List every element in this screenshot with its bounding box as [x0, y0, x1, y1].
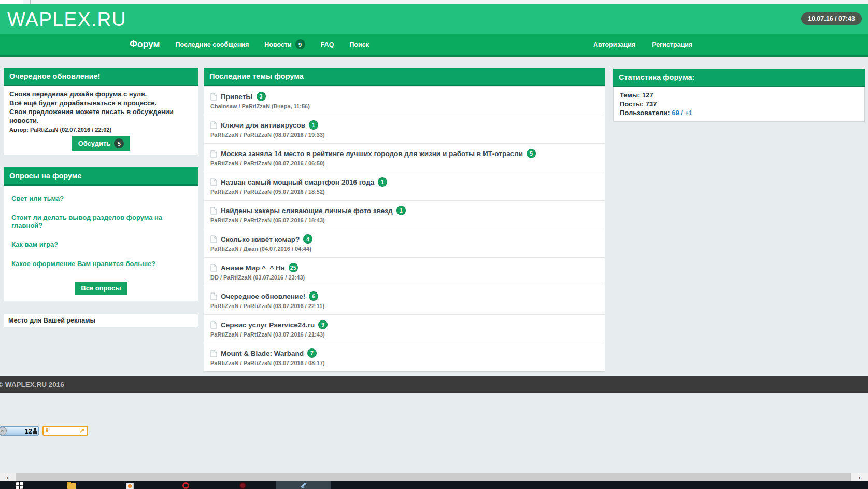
polls-panel-title: Опросы на форуме	[4, 167, 198, 186]
news-panel-title: Очередное обновление!	[4, 68, 198, 86]
stats-themes: Темы: 127	[620, 91, 858, 100]
topic-row[interactable]: Москва заняла 14 место в рейтинге лучших…	[204, 143, 605, 172]
image-viewer-icon[interactable]	[126, 483, 134, 489]
nav-register[interactable]: Регистрация	[652, 41, 692, 48]
document-icon	[210, 321, 217, 329]
stats-panel-body: Темы: 127 Посты: 737 Пользователи: 69 / …	[614, 87, 864, 121]
document-icon	[210, 150, 217, 158]
replies-count-badge: 5	[527, 149, 536, 158]
latest-topics-title: Последние темы форума	[204, 68, 605, 86]
topic-title-link[interactable]: Ключи для антивирусов	[221, 121, 305, 129]
counter-logo-icon: al	[0, 427, 7, 435]
document-icon	[210, 292, 217, 300]
document-icon	[210, 93, 217, 101]
latest-topics-panel: Последние темы форума ПриветЫ 3	[204, 68, 605, 372]
discuss-count-badge: 5	[114, 138, 124, 148]
stats-panel-title: Статистика форума:	[613, 69, 865, 87]
users-separator: /	[681, 109, 683, 117]
topic-row[interactable]: Очередное обновление! 6 PaRtiZzaN / PaRt…	[204, 286, 605, 314]
topics-list: ПриветЫ 3 Chainsaw / PaRtiZzaN (Вчера, 1…	[204, 86, 605, 371]
replies-count-badge: 1	[396, 206, 406, 215]
datetime-badge: 10.07.16 / 07:43	[801, 12, 862, 25]
topic-title-link[interactable]: Очередное обновление!	[221, 292, 305, 300]
rating-counter-value: 9	[46, 428, 49, 434]
below-page-area: al 12 9 ↗	[0, 393, 868, 473]
scroll-right-button[interactable]: ›	[851, 473, 868, 481]
topic-meta: PaRtiZzaN / Джан (04.07.2016 / 04:44)	[210, 246, 599, 252]
nav-search[interactable]: Поиск	[349, 41, 369, 48]
poll-link[interactable]: Стоит ли делать вывод разделов форума на…	[4, 208, 198, 235]
poll-link[interactable]: Свет или тьма?	[4, 189, 198, 208]
topic-title-link[interactable]: Сервис услуг Pservice24.ru	[221, 321, 315, 329]
nav-news[interactable]: Новости 9	[264, 39, 305, 49]
tab-edge-mark	[30, 0, 31, 4]
site-logo[interactable]: WAPLEX.RU	[7, 9, 126, 31]
document-icon	[210, 121, 217, 129]
topic-meta: Chainsaw / PaRtiZzaN (Вчера, 11:56)	[210, 103, 599, 109]
document-icon	[210, 264, 217, 272]
topic-title-link[interactable]: Сколько живёт комар?	[221, 235, 300, 243]
topic-meta: DD / PaRtiZzaN (03.07.2016 / 23:43)	[210, 274, 599, 281]
topic-meta: PaRtiZzaN / PaRtiZzaN (05.07.2016 / 18:4…	[210, 217, 599, 223]
nav-faq[interactable]: FAQ	[321, 41, 334, 48]
topic-row[interactable]: Назван самый мощный смартфон 2016 года 1…	[204, 172, 605, 200]
topic-row[interactable]: Ключи для антивирусов 1 PaRtiZzaN / PaRt…	[204, 115, 605, 143]
main-column: Последние темы форума ПриветЫ 3	[204, 68, 605, 372]
replies-count-badge: 6	[309, 291, 318, 301]
poll-link[interactable]: Какое оформление Вам нравится больше?	[4, 254, 198, 273]
stats-users-label: Пользователи:	[620, 109, 670, 117]
page-content: Очередное обновление! Снова переделан ди…	[0, 57, 868, 376]
replies-count-badge: 3	[257, 92, 266, 101]
topic-row[interactable]: ПриветЫ 3 Chainsaw / PaRtiZzaN (Вчера, 1…	[204, 86, 605, 115]
topic-meta: PaRtiZzaN / PaRtiZzaN (03.07.2016 / 22:1…	[210, 303, 599, 309]
replies-count-badge: 4	[303, 234, 312, 244]
rating-counter-widget[interactable]: 9 ↗	[42, 426, 88, 436]
topic-meta: PaRtiZzaN / PaRtiZzaN (03.07.2016 / 08:1…	[210, 360, 599, 366]
discuss-button[interactable]: Обсудить 5	[72, 136, 131, 151]
document-icon	[210, 235, 217, 243]
rating-arrow-icon: ↗	[79, 427, 85, 434]
opera-browser-icon[interactable]	[182, 482, 189, 489]
stats-users: Пользователи: 69 / +1	[620, 108, 858, 117]
topic-meta: PaRtiZzaN / PaRtiZzaN (03.07.2016 / 21:4…	[210, 331, 599, 338]
document-icon	[210, 350, 217, 357]
horizontal-scrollbar[interactable]: ‹ ›	[0, 473, 868, 481]
active-window-tile[interactable]	[276, 481, 331, 489]
users-count-link[interactable]: 69	[672, 109, 679, 117]
all-polls-button[interactable]: Все опросы	[75, 282, 127, 295]
news-panel-body: Снова переделан дизайн форума с нуля. Вс…	[4, 86, 198, 155]
topic-row[interactable]: Сколько живёт комар? 4 PaRtiZzaN / Джан …	[204, 229, 605, 257]
topic-title-link[interactable]: ПриветЫ	[221, 93, 253, 101]
topic-row[interactable]: Аниме Мир ^_^ Ня 25 DD / PaRtiZzaN (03.0…	[204, 257, 605, 286]
replies-count-badge: 1	[309, 120, 318, 130]
stats-panel: Статистика форума: Темы: 127 Посты: 737 …	[613, 69, 865, 122]
nav-login[interactable]: Авторизация	[593, 41, 635, 48]
polls-panel: Опросы на форуме Свет или тьма? Стоит ли…	[4, 167, 198, 301]
right-sidebar: Статистика форума: Темы: 127 Посты: 737 …	[613, 69, 865, 134]
news-count-badge: 9	[295, 39, 305, 49]
users-new-link[interactable]: +1	[685, 109, 693, 117]
topic-title-link[interactable]: Назван самый мощный смартфон 2016 года	[221, 178, 374, 186]
poll-link[interactable]: Как вам игра?	[4, 235, 198, 254]
nav-forum[interactable]: Форум	[130, 39, 160, 50]
browser-viewport: WAPLEX.RU 10.07.16 / 07:43 Форум Последн…	[0, 0, 868, 489]
nav-right-group: Авторизация Регистрация	[593, 34, 692, 55]
windows-start-icon[interactable]	[16, 482, 24, 489]
news-panel: Очередное обновление! Снова переделан ди…	[4, 68, 198, 155]
visitors-counter-widget[interactable]: al 12	[0, 426, 39, 436]
scrollbar-thumb[interactable]	[16, 473, 851, 481]
topic-row[interactable]: Найдены хакеры сливающие личные фото зве…	[204, 200, 605, 229]
active-window-icon	[300, 482, 307, 488]
topic-row[interactable]: Сервис услуг Pservice24.ru 9 PaRtiZzaN /…	[204, 314, 605, 343]
topic-title-link[interactable]: Аниме Мир ^_^ Ня	[221, 264, 285, 272]
browser-tab-remnant	[0, 0, 23, 4]
folder-icon[interactable]	[67, 483, 76, 489]
topic-title-link[interactable]: Найдены хакеры сливающие личные фото зве…	[221, 207, 393, 215]
replies-count-badge: 1	[378, 177, 387, 187]
media-player-icon[interactable]	[239, 482, 246, 489]
topic-title-link[interactable]: Москва заняла 14 место в рейтинге лучших…	[221, 150, 523, 158]
topic-row[interactable]: Mount & Blade: Warband 7 PaRtiZzaN / PaR…	[204, 343, 605, 371]
nav-latest-messages[interactable]: Последние сообщения	[176, 41, 249, 48]
scroll-left-button[interactable]: ‹	[0, 473, 16, 481]
topic-title-link[interactable]: Mount & Blade: Warband	[221, 350, 304, 357]
